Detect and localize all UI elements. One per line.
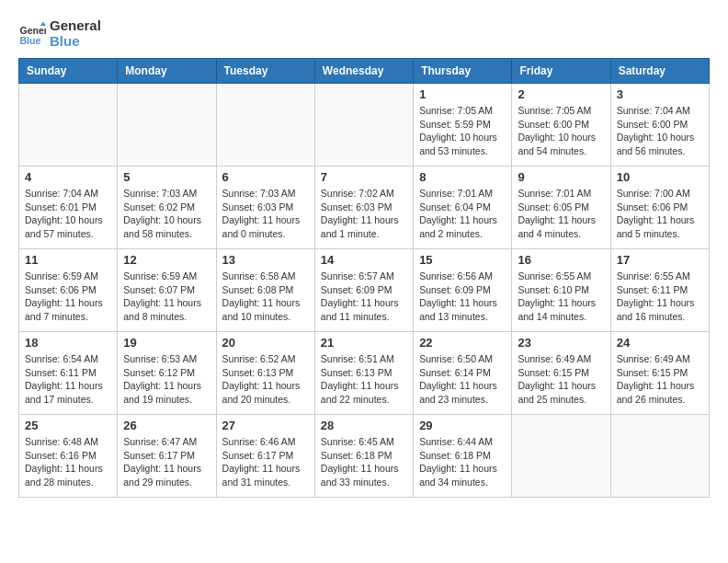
day-info: Sunrise: 7:05 AMSunset: 5:59 PMDaylight:…	[419, 104, 506, 158]
day-number: 20	[222, 336, 309, 350]
day-number: 24	[617, 336, 703, 350]
day-number: 7	[321, 170, 407, 184]
day-number: 27	[222, 419, 309, 432]
day-info: Sunrise: 6:58 AMSunset: 6:08 PMDaylight:…	[222, 270, 309, 324]
weekday-header-friday: Friday	[512, 59, 610, 84]
calendar-cell: 26Sunrise: 6:47 AMSunset: 6:17 PMDayligh…	[118, 415, 216, 498]
calendar-cell: 19Sunrise: 6:53 AMSunset: 6:12 PMDayligh…	[118, 332, 216, 415]
calendar-cell: 6Sunrise: 7:03 AMSunset: 6:03 PMDaylight…	[216, 167, 314, 249]
calendar-cell: 7Sunrise: 7:02 AMSunset: 6:03 PMDaylight…	[314, 167, 413, 249]
week-row-4: 25Sunrise: 6:48 AMSunset: 6:16 PMDayligh…	[19, 415, 710, 498]
day-info: Sunrise: 6:52 AMSunset: 6:13 PMDaylight:…	[222, 352, 309, 407]
week-row-2: 11Sunrise: 6:59 AMSunset: 6:06 PMDayligh…	[19, 249, 710, 332]
day-info: Sunrise: 6:44 AMSunset: 6:18 PMDaylight:…	[419, 435, 506, 489]
day-number: 23	[518, 336, 604, 350]
day-number: 19	[123, 336, 210, 350]
day-info: Sunrise: 6:57 AMSunset: 6:09 PMDaylight:…	[321, 270, 407, 324]
day-number: 25	[25, 419, 111, 432]
weekday-header-thursday: Thursday	[414, 59, 512, 84]
day-number: 6	[222, 170, 309, 184]
logo-icon: General Blue	[18, 20, 46, 48]
day-number: 22	[419, 336, 506, 350]
day-number: 13	[222, 253, 309, 267]
logo-blue: Blue	[50, 34, 101, 50]
calendar-cell: 18Sunrise: 6:54 AMSunset: 6:11 PMDayligh…	[19, 332, 118, 415]
day-info: Sunrise: 6:49 AMSunset: 6:15 PMDaylight:…	[518, 352, 604, 407]
day-info: Sunrise: 7:03 AMSunset: 6:02 PMDaylight:…	[123, 187, 210, 241]
calendar-cell: 28Sunrise: 6:45 AMSunset: 6:18 PMDayligh…	[314, 415, 413, 498]
day-number: 16	[518, 253, 604, 267]
day-info: Sunrise: 7:04 AMSunset: 6:00 PMDaylight:…	[617, 104, 703, 158]
calendar-cell	[314, 84, 413, 167]
day-info: Sunrise: 6:59 AMSunset: 6:07 PMDaylight:…	[123, 270, 210, 324]
calendar-cell: 20Sunrise: 6:52 AMSunset: 6:13 PMDayligh…	[216, 332, 314, 415]
calendar-cell: 14Sunrise: 6:57 AMSunset: 6:09 PMDayligh…	[314, 249, 413, 332]
day-info: Sunrise: 6:46 AMSunset: 6:17 PMDaylight:…	[222, 435, 309, 489]
day-number: 11	[25, 253, 111, 267]
calendar-cell: 16Sunrise: 6:55 AMSunset: 6:10 PMDayligh…	[512, 249, 610, 332]
day-number: 15	[419, 253, 506, 267]
header: General Blue General Blue	[18, 18, 710, 49]
week-row-3: 18Sunrise: 6:54 AMSunset: 6:11 PMDayligh…	[19, 332, 710, 415]
logo-general: General	[50, 18, 101, 34]
day-number: 2	[518, 87, 604, 101]
calendar-cell: 9Sunrise: 7:01 AMSunset: 6:05 PMDaylight…	[512, 167, 610, 249]
logo: General Blue General Blue	[18, 18, 101, 49]
day-number: 17	[617, 253, 703, 267]
calendar-cell	[118, 84, 216, 167]
day-info: Sunrise: 7:02 AMSunset: 6:03 PMDaylight:…	[321, 187, 407, 241]
day-info: Sunrise: 6:49 AMSunset: 6:15 PMDaylight:…	[617, 352, 703, 407]
calendar-cell	[512, 415, 610, 498]
calendar-cell: 12Sunrise: 6:59 AMSunset: 6:07 PMDayligh…	[118, 249, 216, 332]
weekday-header-wednesday: Wednesday	[314, 59, 413, 84]
day-number: 8	[419, 170, 506, 184]
calendar-table: SundayMondayTuesdayWednesdayThursdayFrid…	[18, 58, 710, 498]
day-info: Sunrise: 6:51 AMSunset: 6:13 PMDaylight:…	[321, 352, 407, 407]
calendar-cell: 10Sunrise: 7:00 AMSunset: 6:06 PMDayligh…	[610, 167, 709, 249]
svg-text:Blue: Blue	[20, 34, 41, 45]
day-info: Sunrise: 6:55 AMSunset: 6:11 PMDaylight:…	[617, 270, 703, 324]
calendar-cell: 2Sunrise: 7:05 AMSunset: 6:00 PMDaylight…	[512, 84, 610, 167]
weekday-header-monday: Monday	[118, 59, 216, 84]
day-info: Sunrise: 6:54 AMSunset: 6:11 PMDaylight:…	[25, 352, 111, 407]
day-number: 9	[518, 170, 604, 184]
calendar-cell: 22Sunrise: 6:50 AMSunset: 6:14 PMDayligh…	[414, 332, 512, 415]
day-info: Sunrise: 6:48 AMSunset: 6:16 PMDaylight:…	[25, 435, 111, 489]
day-number: 21	[321, 336, 407, 350]
day-number: 4	[25, 170, 111, 184]
calendar-cell: 3Sunrise: 7:04 AMSunset: 6:00 PMDaylight…	[610, 84, 709, 167]
day-number: 26	[123, 419, 210, 432]
calendar-cell: 21Sunrise: 6:51 AMSunset: 6:13 PMDayligh…	[314, 332, 413, 415]
day-info: Sunrise: 6:59 AMSunset: 6:06 PMDaylight:…	[25, 270, 111, 324]
day-number: 1	[419, 87, 506, 101]
day-number: 14	[321, 253, 407, 267]
calendar-cell: 29Sunrise: 6:44 AMSunset: 6:18 PMDayligh…	[414, 415, 512, 498]
calendar-cell: 23Sunrise: 6:49 AMSunset: 6:15 PMDayligh…	[512, 332, 610, 415]
day-info: Sunrise: 7:01 AMSunset: 6:04 PMDaylight:…	[419, 187, 506, 241]
day-info: Sunrise: 6:55 AMSunset: 6:10 PMDaylight:…	[518, 270, 604, 324]
day-info: Sunrise: 6:45 AMSunset: 6:18 PMDaylight:…	[321, 435, 407, 489]
calendar-cell	[610, 415, 709, 498]
day-info: Sunrise: 7:04 AMSunset: 6:01 PMDaylight:…	[25, 187, 111, 241]
weekday-header-sunday: Sunday	[19, 59, 118, 84]
day-info: Sunrise: 7:05 AMSunset: 6:00 PMDaylight:…	[518, 104, 604, 158]
day-info: Sunrise: 6:50 AMSunset: 6:14 PMDaylight:…	[419, 352, 506, 407]
calendar-cell: 5Sunrise: 7:03 AMSunset: 6:02 PMDaylight…	[118, 167, 216, 249]
day-info: Sunrise: 6:56 AMSunset: 6:09 PMDaylight:…	[419, 270, 506, 324]
week-row-0: 1Sunrise: 7:05 AMSunset: 5:59 PMDaylight…	[19, 84, 710, 167]
day-info: Sunrise: 7:00 AMSunset: 6:06 PMDaylight:…	[617, 187, 703, 241]
calendar-cell	[19, 84, 118, 167]
svg-marker-2	[40, 21, 46, 26]
day-info: Sunrise: 7:03 AMSunset: 6:03 PMDaylight:…	[222, 187, 309, 241]
calendar-cell: 4Sunrise: 7:04 AMSunset: 6:01 PMDaylight…	[19, 167, 118, 249]
calendar-cell: 8Sunrise: 7:01 AMSunset: 6:04 PMDaylight…	[414, 167, 512, 249]
calendar-cell: 17Sunrise: 6:55 AMSunset: 6:11 PMDayligh…	[610, 249, 709, 332]
weekday-header-saturday: Saturday	[610, 59, 709, 84]
day-info: Sunrise: 6:53 AMSunset: 6:12 PMDaylight:…	[123, 352, 210, 407]
day-number: 10	[617, 170, 703, 184]
calendar-cell: 27Sunrise: 6:46 AMSunset: 6:17 PMDayligh…	[216, 415, 314, 498]
calendar-cell: 11Sunrise: 6:59 AMSunset: 6:06 PMDayligh…	[19, 249, 118, 332]
calendar-cell: 13Sunrise: 6:58 AMSunset: 6:08 PMDayligh…	[216, 249, 314, 332]
week-row-1: 4Sunrise: 7:04 AMSunset: 6:01 PMDaylight…	[19, 167, 710, 249]
day-number: 12	[123, 253, 210, 267]
